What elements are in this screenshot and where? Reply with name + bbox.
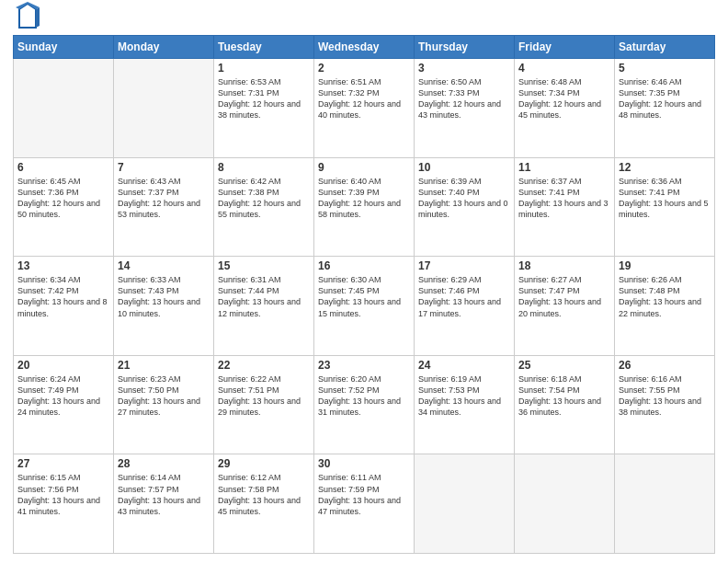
header: [13, 9, 715, 29]
day-number: 9: [318, 161, 410, 174]
day-info: Sunrise: 6:45 AM Sunset: 7:36 PM Dayligh…: [17, 176, 109, 221]
day-number: 3: [418, 62, 510, 75]
calendar-cell: 26Sunrise: 6:16 AM Sunset: 7:55 PM Dayli…: [615, 355, 715, 454]
day-number: 18: [518, 259, 610, 272]
day-info: Sunrise: 6:46 AM Sunset: 7:35 PM Dayligh…: [619, 76, 711, 121]
svg-marker-1: [16, 2, 40, 9]
calendar-cell: 9Sunrise: 6:40 AM Sunset: 7:39 PM Daylig…: [314, 157, 415, 257]
header-friday: Friday: [515, 36, 615, 59]
calendar-cell: [515, 454, 615, 554]
day-number: 30: [318, 457, 410, 470]
week-row-5: 27Sunrise: 6:15 AM Sunset: 7:56 PM Dayli…: [14, 454, 715, 554]
day-number: 13: [17, 259, 109, 272]
day-number: 6: [17, 161, 109, 174]
calendar-cell: 5Sunrise: 6:46 AM Sunset: 7:35 PM Daylig…: [615, 59, 715, 158]
header-tuesday: Tuesday: [214, 36, 314, 59]
calendar-cell: 3Sunrise: 6:50 AM Sunset: 7:33 PM Daylig…: [415, 59, 515, 158]
calendar-cell: 8Sunrise: 6:42 AM Sunset: 7:38 PM Daylig…: [214, 157, 314, 257]
day-number: 14: [118, 259, 210, 272]
day-number: 16: [318, 259, 410, 272]
day-number: 12: [619, 161, 711, 174]
calendar-cell: 13Sunrise: 6:34 AM Sunset: 7:42 PM Dayli…: [14, 257, 114, 356]
header-row: SundayMondayTuesdayWednesdayThursdayFrid…: [14, 36, 715, 59]
calendar-table: SundayMondayTuesdayWednesdayThursdayFrid…: [13, 35, 715, 554]
calendar-cell: 21Sunrise: 6:23 AM Sunset: 7:50 PM Dayli…: [114, 355, 214, 454]
calendar-cell: 11Sunrise: 6:37 AM Sunset: 7:41 PM Dayli…: [515, 157, 615, 257]
header-monday: Monday: [114, 36, 214, 59]
day-number: 25: [518, 359, 610, 372]
calendar-body: 1Sunrise: 6:53 AM Sunset: 7:31 PM Daylig…: [14, 59, 715, 554]
day-number: 28: [118, 457, 210, 470]
calendar-cell: [14, 59, 114, 158]
calendar-cell: 23Sunrise: 6:20 AM Sunset: 7:52 PM Dayli…: [314, 355, 415, 454]
week-row-2: 6Sunrise: 6:45 AM Sunset: 7:36 PM Daylig…: [14, 157, 715, 257]
day-info: Sunrise: 6:26 AM Sunset: 7:48 PM Dayligh…: [619, 274, 711, 319]
calendar-cell: [615, 454, 715, 554]
calendar-cell: 14Sunrise: 6:33 AM Sunset: 7:43 PM Dayli…: [114, 257, 214, 356]
day-info: Sunrise: 6:30 AM Sunset: 7:45 PM Dayligh…: [318, 274, 410, 319]
day-info: Sunrise: 6:31 AM Sunset: 7:44 PM Dayligh…: [218, 274, 310, 319]
page: SundayMondayTuesdayWednesdayThursdayFrid…: [0, 0, 728, 563]
day-info: Sunrise: 6:43 AM Sunset: 7:37 PM Dayligh…: [118, 176, 210, 221]
day-number: 27: [17, 457, 109, 470]
day-info: Sunrise: 6:48 AM Sunset: 7:34 PM Dayligh…: [518, 76, 610, 121]
day-info: Sunrise: 6:15 AM Sunset: 7:56 PM Dayligh…: [17, 472, 109, 517]
calendar-cell: 12Sunrise: 6:36 AM Sunset: 7:41 PM Dayli…: [615, 157, 715, 257]
day-number: 8: [218, 161, 310, 174]
calendar-cell: 22Sunrise: 6:22 AM Sunset: 7:51 PM Dayli…: [214, 355, 314, 454]
week-row-1: 1Sunrise: 6:53 AM Sunset: 7:31 PM Daylig…: [14, 59, 715, 158]
day-number: 15: [218, 259, 310, 272]
calendar-cell: 30Sunrise: 6:11 AM Sunset: 7:59 PM Dayli…: [314, 454, 415, 554]
calendar-cell: 29Sunrise: 6:12 AM Sunset: 7:58 PM Dayli…: [214, 454, 314, 554]
day-number: 7: [118, 161, 210, 174]
day-number: 26: [619, 359, 711, 372]
day-info: Sunrise: 6:11 AM Sunset: 7:59 PM Dayligh…: [318, 472, 410, 517]
day-info: Sunrise: 6:37 AM Sunset: 7:41 PM Dayligh…: [518, 176, 610, 221]
calendar-cell: 4Sunrise: 6:48 AM Sunset: 7:34 PM Daylig…: [515, 59, 615, 158]
calendar-cell: 15Sunrise: 6:31 AM Sunset: 7:44 PM Dayli…: [214, 257, 314, 356]
day-number: 10: [418, 161, 510, 174]
day-info: Sunrise: 6:50 AM Sunset: 7:33 PM Dayligh…: [418, 76, 510, 121]
calendar-cell: 6Sunrise: 6:45 AM Sunset: 7:36 PM Daylig…: [14, 157, 114, 257]
week-row-4: 20Sunrise: 6:24 AM Sunset: 7:49 PM Dayli…: [14, 355, 715, 454]
header-thursday: Thursday: [415, 36, 515, 59]
day-number: 19: [619, 259, 711, 272]
logo-icon: [16, 2, 40, 29]
header-sunday: Sunday: [14, 36, 114, 59]
week-row-3: 13Sunrise: 6:34 AM Sunset: 7:42 PM Dayli…: [14, 257, 715, 356]
logo: [13, 9, 40, 29]
calendar-cell: 28Sunrise: 6:14 AM Sunset: 7:57 PM Dayli…: [114, 454, 214, 554]
day-info: Sunrise: 6:16 AM Sunset: 7:55 PM Dayligh…: [619, 373, 711, 419]
calendar-header: SundayMondayTuesdayWednesdayThursdayFrid…: [14, 36, 715, 59]
day-info: Sunrise: 6:39 AM Sunset: 7:40 PM Dayligh…: [418, 176, 510, 221]
day-info: Sunrise: 6:27 AM Sunset: 7:47 PM Dayligh…: [518, 274, 610, 319]
day-info: Sunrise: 6:40 AM Sunset: 7:39 PM Dayligh…: [318, 176, 410, 221]
calendar-cell: 2Sunrise: 6:51 AM Sunset: 7:32 PM Daylig…: [314, 59, 415, 158]
day-info: Sunrise: 6:18 AM Sunset: 7:54 PM Dayligh…: [518, 373, 610, 419]
calendar-cell: 25Sunrise: 6:18 AM Sunset: 7:54 PM Dayli…: [515, 355, 615, 454]
header-wednesday: Wednesday: [314, 36, 415, 59]
svg-marker-2: [36, 7, 40, 28]
calendar-cell: 20Sunrise: 6:24 AM Sunset: 7:49 PM Dayli…: [14, 355, 114, 454]
day-info: Sunrise: 6:29 AM Sunset: 7:46 PM Dayligh…: [418, 274, 510, 319]
day-info: Sunrise: 6:14 AM Sunset: 7:57 PM Dayligh…: [118, 472, 210, 517]
day-number: 2: [318, 62, 410, 75]
day-number: 20: [17, 359, 109, 372]
calendar-cell: 17Sunrise: 6:29 AM Sunset: 7:46 PM Dayli…: [415, 257, 515, 356]
day-info: Sunrise: 6:22 AM Sunset: 7:51 PM Dayligh…: [218, 373, 310, 419]
calendar-cell: 10Sunrise: 6:39 AM Sunset: 7:40 PM Dayli…: [415, 157, 515, 257]
calendar-cell: 27Sunrise: 6:15 AM Sunset: 7:56 PM Dayli…: [14, 454, 114, 554]
calendar-cell: 19Sunrise: 6:26 AM Sunset: 7:48 PM Dayli…: [615, 257, 715, 356]
day-info: Sunrise: 6:34 AM Sunset: 7:42 PM Dayligh…: [17, 274, 109, 319]
day-info: Sunrise: 6:24 AM Sunset: 7:49 PM Dayligh…: [17, 373, 109, 419]
day-number: 21: [118, 359, 210, 372]
day-info: Sunrise: 6:23 AM Sunset: 7:50 PM Dayligh…: [118, 373, 210, 419]
day-number: 23: [318, 359, 410, 372]
calendar-cell: [415, 454, 515, 554]
day-info: Sunrise: 6:12 AM Sunset: 7:58 PM Dayligh…: [218, 472, 310, 517]
day-number: 1: [218, 62, 310, 75]
day-info: Sunrise: 6:36 AM Sunset: 7:41 PM Dayligh…: [619, 176, 711, 221]
day-number: 22: [218, 359, 310, 372]
calendar-cell: 24Sunrise: 6:19 AM Sunset: 7:53 PM Dayli…: [415, 355, 515, 454]
calendar-cell: 16Sunrise: 6:30 AM Sunset: 7:45 PM Dayli…: [314, 257, 415, 356]
